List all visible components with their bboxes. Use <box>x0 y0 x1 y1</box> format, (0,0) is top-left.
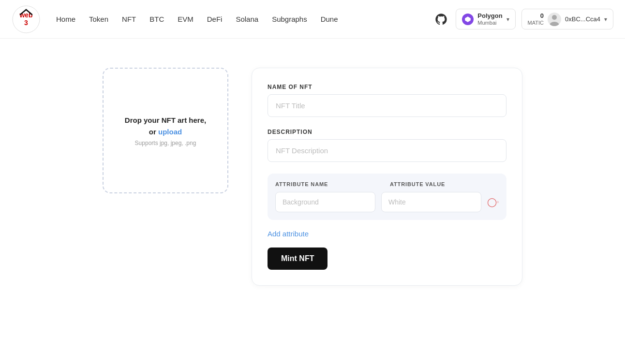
header: web 3 Home Token NFT BTC EVM DeFi Solana… <box>0 0 625 39</box>
network-selector[interactable]: Polygon Mumbai ▾ <box>456 9 515 29</box>
wallet-avatar <box>548 13 561 26</box>
nft-form-panel: NAME OF NFT DESCRIPTION ATTRIBUTE NAME A… <box>252 68 522 286</box>
network-name: Polygon <box>477 12 502 20</box>
nav-nft[interactable]: NFT <box>122 15 136 23</box>
nav-home[interactable]: Home <box>56 15 75 23</box>
name-label: NAME OF NFT <box>268 84 506 90</box>
balance-unit: MATIC <box>528 20 544 26</box>
nav-dune[interactable]: Dune <box>321 15 338 23</box>
attribute-value-input[interactable] <box>381 192 481 212</box>
add-attribute-button[interactable]: Add attribute <box>268 230 309 238</box>
upload-dropzone[interactable]: Drop your NFT art here, or upload Suppor… <box>103 68 228 193</box>
mint-nft-button[interactable]: Mint NFT <box>268 248 327 270</box>
wallet-address: 0xBC...Cca4 <box>565 15 600 23</box>
svg-point-5 <box>552 15 557 20</box>
attributes-section: ATTRIBUTE NAME ATTRIBUTE VALUE ◯ <box>268 174 506 220</box>
main-nav: Home Token NFT BTC EVM DeFi Solana Subgr… <box>56 15 432 23</box>
balance-amount: 0 <box>528 12 544 20</box>
upload-primary-text: Drop your NFT art here, or upload <box>125 115 206 138</box>
attr-value-header: ATTRIBUTE VALUE <box>390 181 499 187</box>
github-link[interactable] <box>432 11 450 28</box>
wallet-balance: 0 MATIC <box>528 12 544 26</box>
nav-btc[interactable]: BTC <box>149 15 164 23</box>
nav-evm[interactable]: EVM <box>178 15 193 23</box>
svg-text:web: web <box>19 11 32 19</box>
svg-marker-3 <box>465 16 471 22</box>
main-content: Drop your NFT art here, or upload Suppor… <box>22 39 603 315</box>
nft-name-input[interactable] <box>268 94 506 117</box>
description-label: DESCRIPTION <box>268 129 506 135</box>
wallet-button[interactable]: 0 MATIC 0xBC...Cca4 ▾ <box>521 9 613 29</box>
wallet-chevron-icon: ▾ <box>604 16 607 23</box>
nav-token[interactable]: Token <box>89 15 108 23</box>
network-text: Polygon Mumbai <box>477 12 502 26</box>
attribute-row: ◯ <box>275 192 499 212</box>
logo[interactable]: web 3 <box>12 5 41 34</box>
network-icon <box>462 14 474 25</box>
header-right: Polygon Mumbai ▾ 0 MATIC 0xBC...Cca4 ▾ <box>432 9 613 29</box>
upload-link[interactable]: upload <box>158 128 182 136</box>
nav-defi[interactable]: DeFi <box>207 15 223 23</box>
nav-subgraphs[interactable]: Subgraphs <box>272 15 307 23</box>
network-sub: Mumbai <box>477 20 502 26</box>
upload-support-text: Supports jpg, jpeg, .png <box>135 140 196 146</box>
chevron-down-icon: ▾ <box>506 16 509 23</box>
attr-name-header: ATTRIBUTE NAME <box>275 181 384 187</box>
attributes-header: ATTRIBUTE NAME ATTRIBUTE VALUE <box>275 181 499 187</box>
attribute-name-input[interactable] <box>275 192 375 212</box>
nav-solana[interactable]: Solana <box>236 15 258 23</box>
description-group: DESCRIPTION <box>268 129 506 162</box>
name-group: NAME OF NFT <box>268 84 506 117</box>
nft-description-input[interactable] <box>268 139 506 162</box>
svg-text:3: 3 <box>24 19 28 27</box>
attribute-delete-button[interactable]: ◯ <box>487 196 499 208</box>
